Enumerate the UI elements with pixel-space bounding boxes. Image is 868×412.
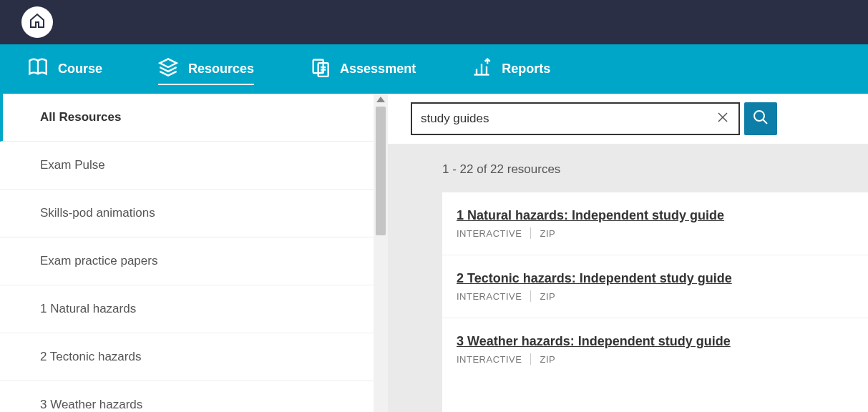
home-button[interactable] (21, 6, 53, 38)
results-area: 1 - 22 of 22 resources 1 Natural hazards… (388, 94, 868, 412)
sidebar-item-exam-practice[interactable]: Exam practice papers (0, 237, 374, 285)
sidebar-item-label: 1 Natural hazards (40, 302, 136, 315)
sidebar-item-all-resources[interactable]: All Resources (0, 94, 374, 142)
search-icon (752, 109, 769, 129)
result-tag-zip: ZIP (540, 291, 555, 302)
sidebar-item-label: Skills-pod animations (40, 206, 155, 220)
sidebar-item-label: 2 Tectonic hazards (40, 350, 141, 363)
meta-separator (530, 227, 531, 239)
sidebar-item-weather-hazards[interactable]: 3 Weather hazards (0, 381, 374, 412)
nav-assessment[interactable]: Assessment (310, 44, 416, 94)
chart-icon (472, 57, 492, 81)
svg-point-2 (754, 111, 764, 121)
meta-separator (530, 353, 531, 365)
top-header (0, 0, 868, 44)
book-icon (28, 57, 48, 81)
meta-separator (530, 290, 531, 302)
result-title-link[interactable]: 1 Natural hazards: Independent study gui… (457, 208, 854, 223)
search-row (388, 94, 868, 144)
result-title-link[interactable]: 2 Tectonic hazards: Independent study gu… (457, 271, 854, 286)
sidebar-item-tectonic-hazards[interactable]: 2 Tectonic hazards (0, 333, 374, 381)
layers-icon (158, 57, 178, 81)
sidebar-item-label: All Resources (40, 110, 121, 124)
sidebar-item-skills-pod[interactable]: Skills-pod animations (0, 190, 374, 237)
nav-label: Resources (188, 62, 254, 77)
main-nav: Course Resources Assessment (0, 44, 868, 94)
result-tag-interactive: INTERACTIVE (457, 228, 522, 239)
close-icon (717, 112, 728, 126)
nav-label: Reports (502, 62, 550, 77)
clipboard-icon (310, 57, 330, 81)
scroll-up-icon (376, 97, 385, 102)
main-content: All Resources Exam Pulse Skills-pod anim… (0, 94, 868, 412)
sidebar-item-label: Exam practice papers (40, 254, 157, 268)
result-item: 2 Tectonic hazards: Independent study gu… (442, 255, 868, 318)
result-tag-zip: ZIP (540, 228, 555, 239)
search-box[interactable] (411, 102, 740, 135)
search-button[interactable] (744, 102, 777, 135)
clear-button[interactable] (716, 112, 730, 126)
result-tag-zip: ZIP (540, 354, 555, 365)
sidebar-scrollbar[interactable] (374, 94, 388, 412)
nav-course[interactable]: Course (28, 44, 102, 94)
nav-reports[interactable]: Reports (472, 44, 550, 94)
result-tag-interactive: INTERACTIVE (457, 354, 522, 365)
results-list: 1 Natural hazards: Independent study gui… (442, 192, 868, 412)
result-tag-interactive: INTERACTIVE (457, 291, 522, 302)
sidebar-item-natural-hazards[interactable]: 1 Natural hazards (0, 285, 374, 333)
home-icon (29, 12, 46, 32)
sidebar-item-exam-pulse[interactable]: Exam Pulse (0, 142, 374, 190)
result-meta: INTERACTIVE ZIP (457, 353, 854, 365)
nav-label: Assessment (340, 62, 416, 77)
nav-resources[interactable]: Resources (158, 44, 254, 94)
results-count: 1 - 22 of 22 resources (388, 144, 868, 192)
result-item: 1 Natural hazards: Independent study gui… (442, 192, 868, 255)
nav-label: Course (58, 62, 102, 77)
result-item: 3 Weather hazards: Independent study gui… (442, 318, 868, 381)
result-meta: INTERACTIVE ZIP (457, 227, 854, 239)
scroll-thumb[interactable] (376, 107, 386, 235)
sidebar-item-label: 3 Weather hazards (40, 398, 142, 411)
search-input[interactable] (421, 112, 716, 126)
result-title-link[interactable]: 3 Weather hazards: Independent study gui… (457, 334, 854, 349)
sidebar: All Resources Exam Pulse Skills-pod anim… (0, 94, 388, 412)
sidebar-item-label: Exam Pulse (40, 158, 105, 172)
result-meta: INTERACTIVE ZIP (457, 290, 854, 302)
